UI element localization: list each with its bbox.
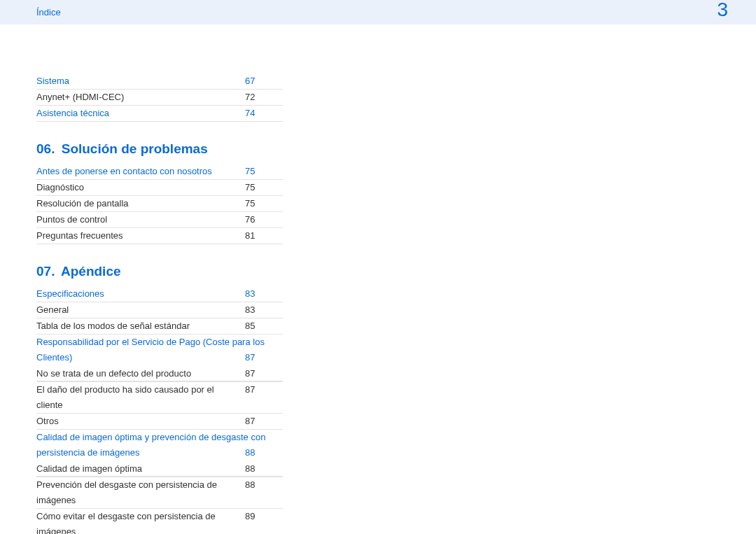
toc-page: 87: [239, 414, 274, 429]
toc-label: Calidad de imagen óptima y prevención de…: [36, 430, 274, 461]
toc-label: Prevención del desgaste con persistencia…: [36, 477, 239, 508]
toc-label: Antes de ponerse en contacto con nosotro…: [36, 164, 239, 179]
header-bar: Índice 3: [0, 0, 756, 24]
toc-page: 87: [239, 382, 274, 398]
toc-label: No se trata de un defecto del producto: [36, 366, 239, 381]
toc-label: Otros: [36, 414, 239, 429]
toc-page: 87: [239, 366, 274, 381]
toc-page: 83: [239, 286, 274, 302]
section-06-heading: 06. Solución de problemas: [36, 141, 283, 157]
toc-page: 87: [239, 350, 274, 365]
header-title: Índice: [36, 7, 61, 17]
section-number: 07.: [36, 264, 55, 279]
toc-row[interactable]: Tabla de los modos de señal estándar 85: [36, 318, 283, 335]
toc-page: 72: [239, 90, 274, 105]
toc-page: 67: [239, 73, 274, 89]
toc-row[interactable]: Otros 87: [36, 414, 283, 430]
toc-row[interactable]: Puntos de control 76: [36, 212, 283, 228]
toc-label: Cómo evitar el desgaste con persistencia…: [36, 509, 239, 534]
toc-page: 74: [239, 106, 274, 121]
toc-label: General: [36, 302, 239, 318]
toc-row[interactable]: Calidad de imagen óptima 88: [36, 461, 283, 477]
toc-row-sistema[interactable]: Sistema 67: [36, 73, 283, 90]
toc-label: Sistema: [36, 73, 239, 89]
toc-page: 75: [239, 196, 274, 211]
toc-page: 76: [239, 212, 274, 227]
section-title: Solución de problemas: [62, 141, 208, 156]
toc-label: Anynet+ (HDMI-CEC): [36, 90, 239, 105]
toc-row[interactable]: No se trata de un defecto del producto 8…: [36, 366, 283, 382]
section-number: 06.: [36, 141, 55, 156]
toc-row[interactable]: Especificaciones 83: [36, 286, 283, 302]
toc-row[interactable]: Resolución de pantalla 75: [36, 196, 283, 212]
toc-label: Especificaciones: [36, 286, 239, 302]
toc-row[interactable]: Cómo evitar el desgaste con persistencia…: [36, 509, 283, 534]
toc-label: Diagnóstico: [36, 180, 239, 195]
section-title: Apéndice: [61, 264, 121, 279]
toc-row[interactable]: General 83: [36, 302, 283, 318]
toc-page: 83: [239, 302, 274, 318]
toc-page: 88: [239, 445, 274, 461]
toc-row-anynet[interactable]: Anynet+ (HDMI-CEC) 72: [36, 90, 283, 106]
page: Índice 3 Sistema 67 Anynet+ (HDMI-CEC) 7…: [0, 0, 756, 534]
page-number: 3: [717, 0, 728, 21]
toc-row-asistencia[interactable]: Asistencia técnica 74: [36, 106, 283, 122]
toc-page: 75: [239, 164, 274, 179]
toc-row[interactable]: El daño del producto ha sido causado por…: [36, 382, 283, 414]
toc-row[interactable]: Diagnóstico 75: [36, 180, 283, 196]
toc-page: 85: [239, 318, 274, 334]
section-07-heading: 07. Apéndice: [36, 264, 283, 279]
toc-content: Sistema 67 Anynet+ (HDMI-CEC) 72 Asisten…: [36, 73, 283, 534]
toc-label: Preguntas frecuentes: [36, 228, 239, 244]
toc-row[interactable]: Preguntas frecuentes 81: [36, 228, 283, 244]
toc-label: Calidad de imagen óptima: [36, 461, 239, 477]
toc-label: Tabla de los modos de señal estándar: [36, 318, 239, 334]
toc-label: Resolución de pantalla: [36, 196, 239, 211]
toc-page: 89: [239, 509, 274, 524]
toc-page: 81: [239, 228, 274, 244]
toc-label: El daño del producto ha sido causado por…: [36, 382, 239, 413]
toc-page: 75: [239, 180, 274, 195]
toc-row[interactable]: Antes de ponerse en contacto con nosotro…: [36, 164, 283, 180]
toc-label: Puntos de control: [36, 212, 239, 227]
toc-label: Responsabilidad por el Servicio de Pago …: [36, 335, 274, 365]
toc-label: Asistencia técnica: [36, 106, 239, 121]
toc-page: 88: [239, 461, 274, 477]
toc-row[interactable]: Prevención del desgaste con persistencia…: [36, 477, 283, 509]
toc-page: 88: [239, 477, 274, 493]
